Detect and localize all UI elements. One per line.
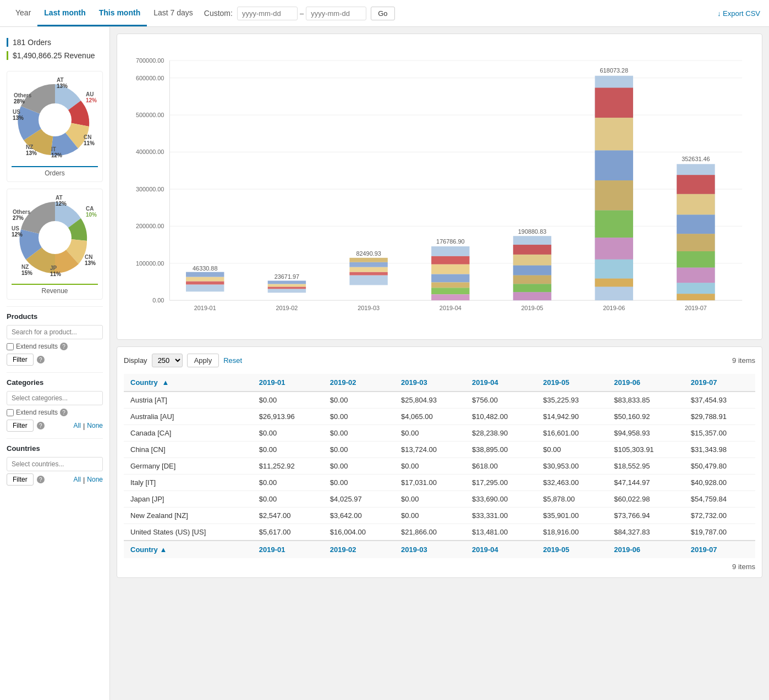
cell-country: Canada [CA] [124,425,252,442]
svg-rect-31 [349,275,387,285]
header-bar: Year Last month This month Last 7 days C… [0,0,769,27]
svg-rect-76 [677,294,715,300]
cell-country: New Zealand [NZ] [124,508,252,524]
col-2019-03: 2019-03 [394,374,465,392]
table-row: Germany [DE] $11,252.92 $0.00 $0.00 $618… [124,458,755,475]
cell-2019-07: $50,479.80 [684,458,755,475]
tab-last-month[interactable]: Last month [37,1,92,26]
display-select[interactable]: 250 100 50 [152,354,183,367]
svg-text:82490.93: 82490.93 [356,250,381,257]
svg-text:2019-06: 2019-06 [603,305,625,311]
categories-section: Categories Extend results ? Filter ? All… [7,372,103,432]
categories-extend-checkbox[interactable] [7,409,14,416]
cell-2019-04: $618.00 [465,458,536,475]
svg-rect-28 [268,280,306,284]
countries-all-none: All | None [74,476,103,484]
cell-2019-04: $13,481.00 [465,524,536,541]
go-button[interactable]: Go [371,7,394,20]
svg-rect-69 [677,175,715,194]
cell-2019-06: $50,160.92 [607,409,684,425]
categories-search-input[interactable] [7,391,103,405]
bar-chart-svg: 0.00 100000.00 200000.00 300000.00 40000… [126,43,753,329]
barchart-wrapper: 0.00 100000.00 200000.00 300000.00 40000… [117,34,762,340]
categories-all-link[interactable]: All [74,422,81,430]
cell-2019-05: $35,901.00 [536,508,607,524]
svg-rect-63 [595,238,633,260]
cell-2019-03: $0.00 [394,458,465,475]
cell-2019-07: $31,343.98 [684,442,755,458]
svg-text:600000.00: 600000.00 [136,75,164,81]
cell-2019-01: $0.00 [252,475,323,491]
tab-year[interactable]: Year [9,1,37,26]
cell-2019-05: $35,225.93 [536,392,607,409]
products-extend-checkbox[interactable] [7,343,14,350]
cell-country: Italy [IT] [124,475,252,491]
countries-all-link[interactable]: All [74,476,81,484]
pie-label-ca-revenue: CA10% [86,206,97,218]
footer-col-country[interactable]: Country ▲ [124,541,252,558]
data-table: Country ▲ 2019-01 2019-02 2019-03 2019-0… [124,374,755,558]
cell-2019-07: $19,787.00 [684,524,755,541]
products-filter-row: Filter ? [7,354,103,366]
cell-2019-01: $11,252.92 [252,458,323,475]
cell-2019-01: $2,547.00 [252,508,323,524]
categories-none-link[interactable]: None [87,422,103,430]
cell-2019-03: $21,866.00 [394,524,465,541]
svg-rect-64 [595,260,633,279]
countries-filter-button[interactable]: Filter [7,473,34,486]
sort-arrow-country: ▲ [162,378,169,387]
categories-extend-row: Extend results ? [7,409,103,416]
svg-text:2019-05: 2019-05 [521,305,543,311]
categories-extend-help-icon[interactable]: ? [60,409,68,416]
pie-label-cn-revenue: CN13% [85,254,96,266]
footer-col-2019-05: 2019-05 [536,541,607,558]
countries-filter-help-icon[interactable]: ? [37,476,45,483]
svg-rect-41 [431,264,469,274]
cell-2019-02: $0.00 [323,409,394,425]
categories-filter-help-icon[interactable]: ? [37,422,45,429]
date-from-input[interactable] [237,7,298,20]
svg-rect-50 [513,255,551,266]
svg-text:352631.46: 352631.46 [682,156,710,162]
reset-link[interactable]: Reset [223,356,242,365]
apply-button[interactable]: Apply [187,354,219,367]
svg-rect-19 [186,284,224,291]
svg-rect-42 [431,274,469,283]
date-separator: – [298,9,306,18]
tab-last-7-days[interactable]: Last 7 days [147,1,200,26]
cell-2019-02: $0.00 [323,442,394,458]
svg-rect-35 [349,258,387,262]
bar-2019-07: 352631.46 2019-07 [677,156,715,311]
countries-none-link[interactable]: None [87,476,103,484]
products-extend-help-icon[interactable]: ? [60,343,68,350]
categories-filter-button[interactable]: Filter [7,420,34,432]
svg-text:200000.00: 200000.00 [136,223,164,229]
products-filter-button[interactable]: Filter [7,354,34,366]
col-country[interactable]: Country ▲ [124,374,252,392]
svg-rect-44 [431,288,469,294]
cell-2019-06: $18,552.95 [607,458,684,475]
svg-text:2019-03: 2019-03 [358,305,380,311]
table-wrapper: Display 250 100 50 Apply Reset 9 items C… [117,346,762,578]
svg-rect-62 [595,211,633,238]
cell-2019-05: $5,878.00 [536,491,607,508]
export-csv-button[interactable]: ↓ Export CSV [717,9,760,18]
svg-text:0.00: 0.00 [152,297,164,304]
bar-2019-02: 23671.97 2019-02 [268,273,306,311]
cell-2019-05: $30,953.00 [536,458,607,475]
custom-label: Custom: [200,9,237,18]
products-filter-help-icon[interactable]: ? [37,356,45,363]
cell-country: Japan [JP] [124,491,252,508]
stats-box: 181 Orders $1,490,866.25 Revenue [7,34,103,64]
svg-point-0 [39,103,72,136]
product-search-input[interactable] [7,325,103,339]
categories-filter-row: Filter ? All | None [7,420,103,432]
date-to-input[interactable] [306,7,366,20]
pie-label-us-revenue: US12% [12,225,23,238]
tab-this-month[interactable]: This month [92,1,147,26]
svg-text:400000.00: 400000.00 [136,149,164,156]
cell-2019-03: $13,724.00 [394,442,465,458]
countries-search-input[interactable] [7,457,103,471]
bar-2019-01: 46330.88 2019-01 [186,265,224,311]
sidebar: 181 Orders $1,490,866.25 Revenue [0,27,110,700]
